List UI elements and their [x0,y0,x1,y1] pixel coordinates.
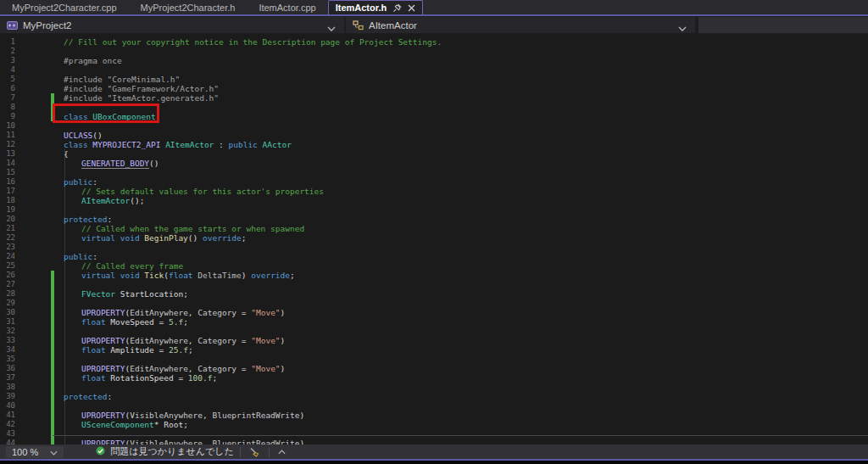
code-line-35[interactable]: 35 [0,355,868,364]
code-text: #include "ItemActor.generated.h" [64,93,219,103]
code-line-33[interactable]: 33UPROPERTY(EditAnywhere, Category = "Mo… [0,336,868,345]
tab-label: MyProject2Character.h [141,3,236,13]
tab-ItemActor.h[interactable]: ItemActor.h [328,0,424,14]
visual-studio-editor-window: MyProject2Character.cppMyProject2Charact… [0,0,868,464]
code-line-24[interactable]: 24public: [0,252,868,261]
line-number: 7 [0,93,15,103]
code-text: protected: [64,215,112,224]
code-line-42[interactable]: 42USceneComponent* Root; [0,420,868,429]
code-line-1[interactable]: 1// Fill out your copyright notice in th… [0,37,868,47]
line-number: 17 [0,187,15,196]
line-number: 44 [0,439,15,444]
code-line-14[interactable]: 14GENERATED_BODY() [0,159,868,168]
window-bottom-edge [0,461,868,464]
line-number: 9 [0,112,15,121]
zoom-dropdown[interactable]: 100 % [6,446,64,458]
pin-icon[interactable] [392,3,402,13]
code-text: class MYPROJECT2_API AItemActor : public… [64,140,292,149]
code-line-43[interactable]: 43 [0,429,868,439]
code-text: // Called every frame [81,261,183,271]
line-number: 10 [0,121,15,131]
annotation-red-box [53,103,159,123]
code-text: public: [64,252,97,261]
code-text: UPROPERTY(EditAnywhere, Category = "Move… [81,364,285,373]
close-icon[interactable] [408,4,415,12]
code-text: UPROPERTY(VisibleAnywhere, BlueprintRead… [81,411,304,420]
code-line-19[interactable]: 19 [0,205,868,215]
code-line-22[interactable]: 22virtual void BeginPlay() override; [0,233,868,243]
code-line-25[interactable]: 25// Called every frame [0,261,868,271]
code-text: FVector StartLocation; [81,289,188,299]
line-number: 21 [0,224,15,233]
code-line-41[interactable]: 41UPROPERTY(VisibleAnywhere, BlueprintRe… [0,411,868,420]
code-line-4[interactable]: 4 [0,65,868,75]
chevron-down-icon [678,23,687,33]
line-number: 31 [0,317,15,327]
code-line-7[interactable]: 7#include "ItemActor.generated.h" [0,93,868,103]
code-line-16[interactable]: 16public: [0,177,868,187]
code-text: UPROPERTY(VisibleAnywhere, BlueprintRead… [81,439,304,444]
code-cleanup-button[interactable] [247,447,263,457]
project-dropdown[interactable]: MyProject2 [0,17,344,33]
code-line-44[interactable]: 44UPROPERTY(VisibleAnywhere, BlueprintRe… [0,439,868,444]
code-line-20[interactable]: 20protected: [0,215,868,224]
code-text: float MoveSpeed = 5.f; [81,317,188,327]
type-dropdown[interactable]: AItemActor [346,17,695,33]
code-line-36[interactable]: 36UPROPERTY(EditAnywhere, Category = "Mo… [0,364,868,373]
line-number: 20 [0,215,15,224]
code-line-34[interactable]: 34float Amplitude = 25.f; [0,345,868,355]
document-health-status[interactable]: 問題は見つかりませんでした [96,445,234,458]
gutter-change-bar [51,271,54,444]
code-line-27[interactable]: 27 [0,280,868,289]
expand-health-panel-button[interactable] [275,450,288,455]
code-line-32[interactable]: 32 [0,327,868,336]
chevron-down-icon [50,447,58,457]
line-number: 19 [0,205,15,215]
code-line-17[interactable]: 17// Sets default values for this actor'… [0,187,868,196]
code-line-37[interactable]: 37float RotationSpeed = 100.f; [0,373,868,383]
code-line-12[interactable]: 12class MYPROJECT2_API AItemActor : publ… [0,140,868,149]
code-line-40[interactable]: 40 [0,401,868,411]
code-line-21[interactable]: 21// Called when the game starts or when… [0,224,868,233]
current-line-border [53,435,868,436]
line-number: 4 [0,65,15,75]
code-line-15[interactable]: 15 [0,168,868,177]
tab-MyProject2Character.cpp[interactable]: MyProject2Character.cpp [0,0,129,14]
code-text: #include "CoreMinimal.h" [64,75,180,84]
code-line-13[interactable]: 13{ [0,149,868,159]
line-number: 42 [0,420,15,429]
line-number: 32 [0,327,15,336]
line-number: 26 [0,271,15,280]
chevron-up-icon [278,450,286,455]
line-number: 23 [0,243,15,252]
code-text: #pragma once [64,56,122,65]
code-line-23[interactable]: 23 [0,243,868,252]
code-text: float RotationSpeed = 100.f; [81,373,217,383]
code-line-5[interactable]: 5#include "CoreMinimal.h" [0,75,868,84]
code-text: // Called when the game starts or when s… [81,224,304,233]
code-line-30[interactable]: 30UPROPERTY(EditAnywhere, Category = "Mo… [0,308,868,317]
code-line-2[interactable]: 2 [0,47,868,56]
code-line-31[interactable]: 31float MoveSpeed = 5.f; [0,317,868,327]
line-number: 15 [0,168,15,177]
code-line-6[interactable]: 6#include "GameFramework/Actor.h" [0,84,868,93]
code-line-28[interactable]: 28FVector StartLocation; [0,289,868,299]
member-dropdown[interactable] [698,17,868,33]
tab-ItemActor.cpp[interactable]: ItemActor.cpp [247,0,327,14]
document-tab-bar: MyProject2Character.cppMyProject2Charact… [0,0,868,14]
code-line-26[interactable]: 26virtual void Tick(float DeltaTime) ove… [0,271,868,280]
code-lines: 1// Fill out your copyright notice in th… [0,37,868,444]
code-line-38[interactable]: 38 [0,383,868,392]
line-number: 35 [0,355,15,364]
code-text: float Amplitude = 25.f; [81,345,193,355]
code-line-39[interactable]: 39protected: [0,392,868,401]
line-number: 30 [0,308,15,317]
code-line-29[interactable]: 29 [0,299,868,308]
code-line-11[interactable]: 11UCLASS() [0,131,868,140]
code-line-3[interactable]: 3#pragma once [0,56,868,65]
tab-label: ItemActor.h [336,3,387,13]
tab-MyProject2Character.h[interactable]: MyProject2Character.h [129,0,248,14]
code-line-18[interactable]: 18AItemActor(); [0,196,868,205]
code-text: UPROPERTY(EditAnywhere, Category = "Move… [81,308,285,317]
editor-surface[interactable]: 1// Fill out your copyright notice in th… [0,34,868,444]
